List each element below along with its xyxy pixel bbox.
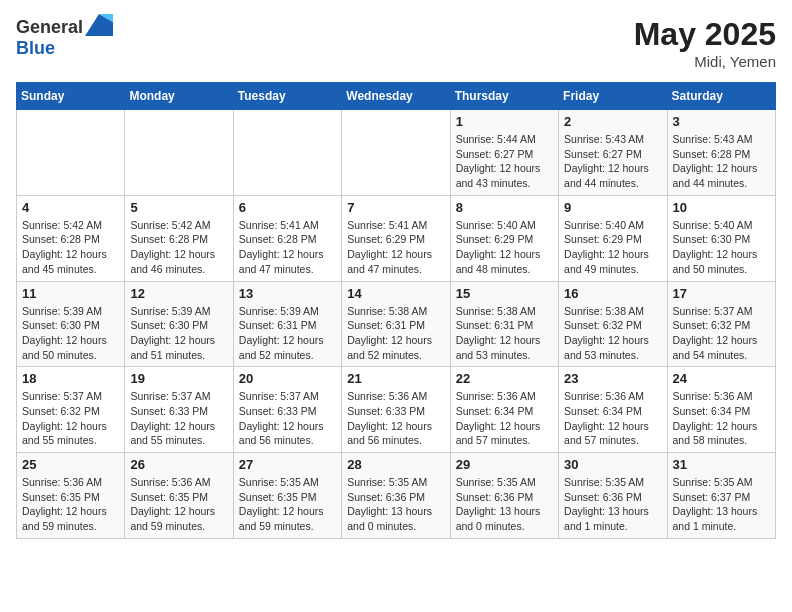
calendar-cell: 11Sunrise: 5:39 AM Sunset: 6:30 PM Dayli… [17, 281, 125, 367]
day-number: 19 [130, 371, 227, 386]
calendar-header: SundayMondayTuesdayWednesdayThursdayFrid… [17, 83, 776, 110]
calendar-cell: 10Sunrise: 5:40 AM Sunset: 6:30 PM Dayli… [667, 195, 775, 281]
weekday-header-monday: Monday [125, 83, 233, 110]
day-number: 17 [673, 286, 770, 301]
weekday-header-sunday: Sunday [17, 83, 125, 110]
cell-info: Sunrise: 5:36 AM Sunset: 6:35 PM Dayligh… [130, 475, 227, 534]
day-number: 10 [673, 200, 770, 215]
cell-info: Sunrise: 5:36 AM Sunset: 6:33 PM Dayligh… [347, 389, 444, 448]
cell-info: Sunrise: 5:41 AM Sunset: 6:29 PM Dayligh… [347, 218, 444, 277]
calendar-cell: 15Sunrise: 5:38 AM Sunset: 6:31 PM Dayli… [450, 281, 558, 367]
cell-info: Sunrise: 5:39 AM Sunset: 6:30 PM Dayligh… [130, 304, 227, 363]
day-number: 13 [239, 286, 336, 301]
cell-info: Sunrise: 5:36 AM Sunset: 6:34 PM Dayligh… [564, 389, 661, 448]
cell-info: Sunrise: 5:37 AM Sunset: 6:32 PM Dayligh… [22, 389, 119, 448]
cell-info: Sunrise: 5:35 AM Sunset: 6:37 PM Dayligh… [673, 475, 770, 534]
cell-info: Sunrise: 5:38 AM Sunset: 6:31 PM Dayligh… [456, 304, 553, 363]
calendar-cell [342, 110, 450, 196]
cell-info: Sunrise: 5:36 AM Sunset: 6:34 PM Dayligh… [456, 389, 553, 448]
page-header: General Blue May 2025 Midi, Yemen [16, 16, 776, 70]
cell-info: Sunrise: 5:36 AM Sunset: 6:34 PM Dayligh… [673, 389, 770, 448]
day-number: 20 [239, 371, 336, 386]
calendar-cell: 5Sunrise: 5:42 AM Sunset: 6:28 PM Daylig… [125, 195, 233, 281]
weekday-header-thursday: Thursday [450, 83, 558, 110]
calendar-cell: 31Sunrise: 5:35 AM Sunset: 6:37 PM Dayli… [667, 453, 775, 539]
week-row-1: 1Sunrise: 5:44 AM Sunset: 6:27 PM Daylig… [17, 110, 776, 196]
cell-info: Sunrise: 5:37 AM Sunset: 6:33 PM Dayligh… [239, 389, 336, 448]
title-block: May 2025 Midi, Yemen [634, 16, 776, 70]
cell-info: Sunrise: 5:35 AM Sunset: 6:36 PM Dayligh… [347, 475, 444, 534]
calendar-cell: 22Sunrise: 5:36 AM Sunset: 6:34 PM Dayli… [450, 367, 558, 453]
calendar-cell [233, 110, 341, 196]
calendar-cell: 12Sunrise: 5:39 AM Sunset: 6:30 PM Dayli… [125, 281, 233, 367]
week-row-3: 11Sunrise: 5:39 AM Sunset: 6:30 PM Dayli… [17, 281, 776, 367]
calendar-cell: 26Sunrise: 5:36 AM Sunset: 6:35 PM Dayli… [125, 453, 233, 539]
day-number: 9 [564, 200, 661, 215]
day-number: 15 [456, 286, 553, 301]
day-number: 31 [673, 457, 770, 472]
logo-general-text: General [16, 17, 83, 38]
calendar-cell: 20Sunrise: 5:37 AM Sunset: 6:33 PM Dayli… [233, 367, 341, 453]
calendar-cell: 27Sunrise: 5:35 AM Sunset: 6:35 PM Dayli… [233, 453, 341, 539]
cell-info: Sunrise: 5:42 AM Sunset: 6:28 PM Dayligh… [130, 218, 227, 277]
calendar-cell: 4Sunrise: 5:42 AM Sunset: 6:28 PM Daylig… [17, 195, 125, 281]
weekday-header-wednesday: Wednesday [342, 83, 450, 110]
week-row-2: 4Sunrise: 5:42 AM Sunset: 6:28 PM Daylig… [17, 195, 776, 281]
calendar-cell: 1Sunrise: 5:44 AM Sunset: 6:27 PM Daylig… [450, 110, 558, 196]
calendar-cell: 17Sunrise: 5:37 AM Sunset: 6:32 PM Dayli… [667, 281, 775, 367]
calendar-cell: 13Sunrise: 5:39 AM Sunset: 6:31 PM Dayli… [233, 281, 341, 367]
calendar-cell: 6Sunrise: 5:41 AM Sunset: 6:28 PM Daylig… [233, 195, 341, 281]
day-number: 30 [564, 457, 661, 472]
calendar-cell: 24Sunrise: 5:36 AM Sunset: 6:34 PM Dayli… [667, 367, 775, 453]
calendar-cell: 7Sunrise: 5:41 AM Sunset: 6:29 PM Daylig… [342, 195, 450, 281]
cell-info: Sunrise: 5:42 AM Sunset: 6:28 PM Dayligh… [22, 218, 119, 277]
cell-info: Sunrise: 5:41 AM Sunset: 6:28 PM Dayligh… [239, 218, 336, 277]
calendar-cell: 19Sunrise: 5:37 AM Sunset: 6:33 PM Dayli… [125, 367, 233, 453]
day-number: 14 [347, 286, 444, 301]
day-number: 24 [673, 371, 770, 386]
calendar-cell: 25Sunrise: 5:36 AM Sunset: 6:35 PM Dayli… [17, 453, 125, 539]
weekday-header-row: SundayMondayTuesdayWednesdayThursdayFrid… [17, 83, 776, 110]
calendar-cell: 23Sunrise: 5:36 AM Sunset: 6:34 PM Dayli… [559, 367, 667, 453]
cell-info: Sunrise: 5:35 AM Sunset: 6:36 PM Dayligh… [456, 475, 553, 534]
location-subtitle: Midi, Yemen [634, 53, 776, 70]
cell-info: Sunrise: 5:43 AM Sunset: 6:27 PM Dayligh… [564, 132, 661, 191]
weekday-header-saturday: Saturday [667, 83, 775, 110]
cell-info: Sunrise: 5:38 AM Sunset: 6:31 PM Dayligh… [347, 304, 444, 363]
cell-info: Sunrise: 5:37 AM Sunset: 6:33 PM Dayligh… [130, 389, 227, 448]
calendar-cell [17, 110, 125, 196]
day-number: 28 [347, 457, 444, 472]
cell-info: Sunrise: 5:39 AM Sunset: 6:30 PM Dayligh… [22, 304, 119, 363]
cell-info: Sunrise: 5:35 AM Sunset: 6:35 PM Dayligh… [239, 475, 336, 534]
cell-info: Sunrise: 5:35 AM Sunset: 6:36 PM Dayligh… [564, 475, 661, 534]
calendar-cell: 9Sunrise: 5:40 AM Sunset: 6:29 PM Daylig… [559, 195, 667, 281]
day-number: 25 [22, 457, 119, 472]
cell-info: Sunrise: 5:37 AM Sunset: 6:32 PM Dayligh… [673, 304, 770, 363]
calendar-cell: 29Sunrise: 5:35 AM Sunset: 6:36 PM Dayli… [450, 453, 558, 539]
day-number: 5 [130, 200, 227, 215]
day-number: 22 [456, 371, 553, 386]
week-row-5: 25Sunrise: 5:36 AM Sunset: 6:35 PM Dayli… [17, 453, 776, 539]
cell-info: Sunrise: 5:36 AM Sunset: 6:35 PM Dayligh… [22, 475, 119, 534]
day-number: 16 [564, 286, 661, 301]
day-number: 29 [456, 457, 553, 472]
day-number: 12 [130, 286, 227, 301]
logo: General Blue [16, 16, 113, 59]
calendar-cell: 21Sunrise: 5:36 AM Sunset: 6:33 PM Dayli… [342, 367, 450, 453]
week-row-4: 18Sunrise: 5:37 AM Sunset: 6:32 PM Dayli… [17, 367, 776, 453]
cell-info: Sunrise: 5:38 AM Sunset: 6:32 PM Dayligh… [564, 304, 661, 363]
day-number: 27 [239, 457, 336, 472]
day-number: 2 [564, 114, 661, 129]
day-number: 18 [22, 371, 119, 386]
calendar-cell: 30Sunrise: 5:35 AM Sunset: 6:36 PM Dayli… [559, 453, 667, 539]
calendar-cell: 18Sunrise: 5:37 AM Sunset: 6:32 PM Dayli… [17, 367, 125, 453]
day-number: 7 [347, 200, 444, 215]
calendar-cell: 28Sunrise: 5:35 AM Sunset: 6:36 PM Dayli… [342, 453, 450, 539]
cell-info: Sunrise: 5:43 AM Sunset: 6:28 PM Dayligh… [673, 132, 770, 191]
calendar-table: SundayMondayTuesdayWednesdayThursdayFrid… [16, 82, 776, 539]
day-number: 8 [456, 200, 553, 215]
day-number: 4 [22, 200, 119, 215]
logo-icon [85, 14, 113, 36]
weekday-header-friday: Friday [559, 83, 667, 110]
day-number: 23 [564, 371, 661, 386]
